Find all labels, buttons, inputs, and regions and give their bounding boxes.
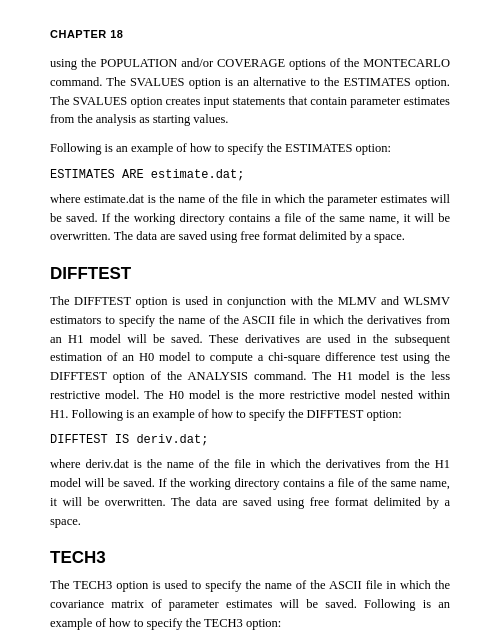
tech3-heading: TECH3: [50, 548, 450, 568]
intro-paragraph: using the POPULATION and/or COVERAGE opt…: [50, 54, 450, 129]
estimates-description: where estimate.dat is the name of the fi…: [50, 190, 450, 246]
estimates-intro: Following is an example of how to specif…: [50, 139, 450, 158]
chapter-header: CHAPTER 18: [50, 28, 450, 40]
difftest-code: DIFFTEST IS deriv.dat;: [50, 433, 450, 447]
tech3-paragraph1: The TECH3 option is used to specify the …: [50, 576, 450, 632]
page: CHAPTER 18 using the POPULATION and/or C…: [0, 0, 500, 638]
difftest-paragraph2: where deriv.dat is the name of the file …: [50, 455, 450, 530]
difftest-paragraph1: The DIFFTEST option is used in conjuncti…: [50, 292, 450, 423]
estimates-code: ESTIMATES ARE estimate.dat;: [50, 168, 450, 182]
difftest-heading: DIFFTEST: [50, 264, 450, 284]
